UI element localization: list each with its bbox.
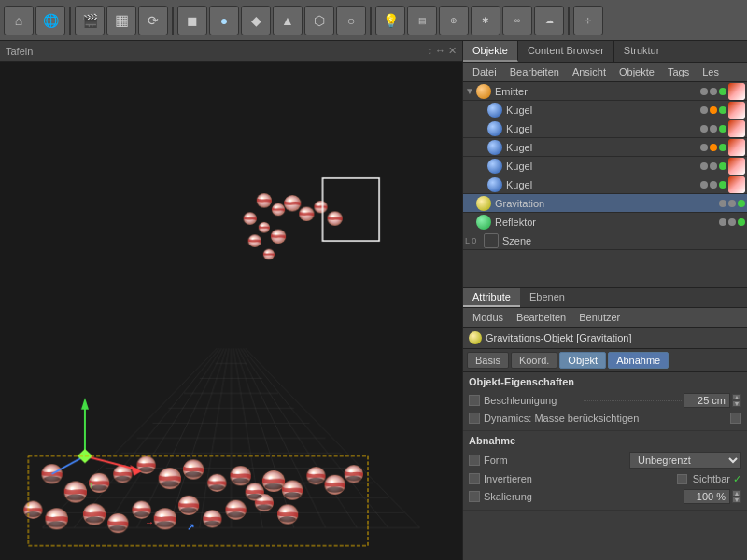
rotate-btn[interactable]: ⟳ xyxy=(138,6,168,35)
tool3-btn[interactable]: ✱ xyxy=(471,6,500,35)
tab-objekte[interactable]: Objekte xyxy=(463,41,518,62)
capsule-btn[interactable]: ◆ xyxy=(241,6,271,35)
thumb-kugel4 xyxy=(728,158,745,175)
dot1 xyxy=(700,125,708,133)
menu-objekte[interactable]: Objekte xyxy=(613,64,660,79)
label-form: Form xyxy=(484,455,629,466)
check-invertieren[interactable] xyxy=(469,473,480,484)
content-area: Tafeln ↕ ↔ ✕ → ↑ ↗ Objekte Content Brows… xyxy=(0,41,747,560)
dots-kugel2 xyxy=(700,125,726,133)
object-row-szene[interactable]: L 0 Szene xyxy=(463,231,747,250)
dot3 xyxy=(719,162,726,170)
dot3 xyxy=(719,144,726,151)
select-form[interactable]: Unbegrenzt Linear Quadratisch xyxy=(629,452,741,469)
name-kugel2: Kugel xyxy=(506,123,697,134)
check-beschleunigung[interactable] xyxy=(469,395,480,406)
abnahme-title: Abnahme xyxy=(469,435,741,446)
globe-btn[interactable]: 🌐 xyxy=(35,6,65,35)
dot3 xyxy=(719,106,726,114)
icon-kugel4 xyxy=(487,159,502,174)
main-container: ⌂ 🌐 🎬 ▦ ⟳ ◼ ● ◆ ▲ ⬡ ○ 💡 ▤ ⊕ ✱ ∞ ☁ ⊹ Tafe… xyxy=(0,0,747,560)
tool5-btn[interactable]: ☁ xyxy=(534,6,564,35)
sphere-btn[interactable]: ● xyxy=(209,6,239,35)
viewport-body[interactable]: → ↑ ↗ xyxy=(0,62,462,560)
grid-btn[interactable]: ▦ xyxy=(106,6,136,35)
dot3 xyxy=(719,125,726,133)
cone-btn[interactable]: ▲ xyxy=(273,6,303,35)
home-btn[interactable]: ⌂ xyxy=(4,6,34,35)
value-beschleunigung[interactable]: 25 cm xyxy=(684,393,730,408)
object-row-gravitation[interactable]: Gravitation xyxy=(463,194,747,213)
scene-canvas xyxy=(0,62,462,560)
row-beschleunigung: Beschleunigung 25 cm ▲ ▼ xyxy=(469,391,741,410)
attr-menu-modus[interactable]: Modus xyxy=(467,310,509,325)
tab-attribute[interactable]: Attribute xyxy=(463,288,520,307)
icon-reflektor xyxy=(476,215,491,230)
dotline-beschleunigung xyxy=(584,400,682,401)
dot1 xyxy=(719,218,726,226)
dots-kugel3 xyxy=(700,144,726,151)
name-reflektor: Reflektor xyxy=(495,217,715,228)
name-emitter: Emitter xyxy=(495,86,697,97)
film-btn[interactable]: 🎬 xyxy=(75,6,105,35)
menu-datei[interactable]: Datei xyxy=(467,64,502,79)
btn-objekt[interactable]: Objekt xyxy=(559,352,606,369)
attr-menu-benutzer[interactable]: Benutzer xyxy=(573,310,626,325)
hex-btn[interactable]: ⬡ xyxy=(304,6,334,35)
tool6-btn[interactable]: ⊹ xyxy=(573,6,603,35)
tool1-btn[interactable]: ▤ xyxy=(407,6,437,35)
menu-ansicht[interactable]: Ansicht xyxy=(567,64,612,79)
attr-buttons: Basis Koord. Objekt Abnahme xyxy=(463,349,747,372)
spin-skalierung-up[interactable]: ▲ xyxy=(732,490,741,497)
dot3 xyxy=(738,218,745,226)
tab-content-browser[interactable]: Content Browser xyxy=(518,41,614,62)
label-skalierung: Skalierung xyxy=(484,491,582,502)
tool4-btn[interactable]: ∞ xyxy=(502,6,532,35)
dots-gravitation xyxy=(719,200,745,207)
btn-basis[interactable]: Basis xyxy=(467,352,509,369)
spin-skalierung-down[interactable]: ▼ xyxy=(732,497,741,503)
row-skalierung: Skalierung 100 % ▲ ▼ xyxy=(469,487,741,506)
menu-bearbeiten[interactable]: Bearbeiten xyxy=(504,64,565,79)
value-skalierung[interactable]: 100 % xyxy=(684,489,730,504)
icon-szene xyxy=(484,233,499,248)
object-row-kugel3[interactable]: Kugel xyxy=(463,138,747,157)
tab-struktur[interactable]: Struktur xyxy=(614,41,670,62)
thumb-kugel1 xyxy=(728,102,745,119)
object-row-kugel1[interactable]: Kugel xyxy=(463,101,747,119)
check-dynamics[interactable] xyxy=(469,413,480,424)
viewport-label: Tafeln xyxy=(6,46,33,57)
viewport: Tafeln ↕ ↔ ✕ → ↑ ↗ xyxy=(0,41,462,560)
object-row-kugel4[interactable]: Kugel xyxy=(463,157,747,175)
dot2 xyxy=(710,144,717,151)
spin-down[interactable]: ▼ xyxy=(732,400,741,407)
btn-koord[interactable]: Koord. xyxy=(511,352,557,369)
object-row-reflektor[interactable]: Reflektor xyxy=(463,213,747,231)
dot2 xyxy=(728,218,736,226)
attr-menu-bearbeiten[interactable]: Bearbeiten xyxy=(511,310,571,325)
panel-tabs-top: Objekte Content Browser Struktur xyxy=(463,41,747,63)
cube-btn[interactable]: ◼ xyxy=(177,6,207,35)
sep2 xyxy=(172,7,174,35)
section-eigenschaften: Objekt-Eigenschaften Beschleunigung 25 c… xyxy=(463,372,747,431)
check-skalierung[interactable] xyxy=(469,491,480,502)
check-form[interactable] xyxy=(469,455,480,466)
tool2-btn[interactable]: ⊕ xyxy=(439,6,469,35)
menu-tags[interactable]: Tags xyxy=(662,64,695,79)
right-panel: Objekte Content Browser Struktur Datei B… xyxy=(462,41,747,560)
thumb-kugel5 xyxy=(728,176,745,193)
btn-abnahme[interactable]: Abnahme xyxy=(608,352,669,369)
attr-title-text: Gravitations-Objekt [Gravitation] xyxy=(486,332,632,343)
dot1 xyxy=(719,200,726,207)
check-dynamics-box[interactable] xyxy=(730,413,741,424)
object-row-emitter[interactable]: ▼ Emitter xyxy=(463,82,747,101)
objects-menu: Datei Bearbeiten Ansicht Objekte Tags Le… xyxy=(463,63,747,82)
check-invertieren-box[interactable] xyxy=(677,474,687,484)
object-row-kugel5[interactable]: Kugel xyxy=(463,175,747,194)
object-row-kugel2[interactable]: Kugel xyxy=(463,119,747,138)
light-btn[interactable]: 💡 xyxy=(375,6,405,35)
spin-up[interactable]: ▲ xyxy=(732,394,741,400)
menu-les[interactable]: Les xyxy=(697,64,725,79)
tab-ebenen[interactable]: Ebenen xyxy=(520,288,574,307)
circle-btn[interactable]: ○ xyxy=(336,6,366,35)
